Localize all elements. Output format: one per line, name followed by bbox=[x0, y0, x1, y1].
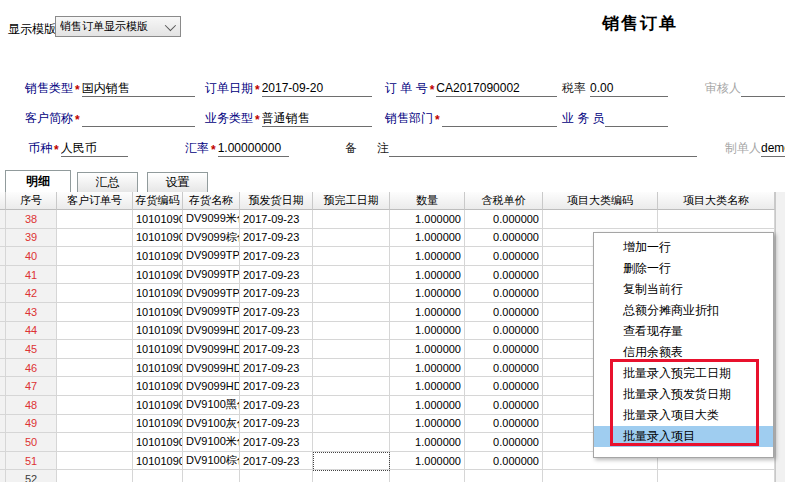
vertical-scrollbar[interactable] bbox=[775, 192, 785, 482]
cell-seq[interactable]: 48 bbox=[6, 396, 57, 415]
menu-item[interactable]: 复制当前行 bbox=[594, 279, 773, 300]
cell-due_date[interactable] bbox=[313, 247, 390, 266]
cell-code[interactable]: 10101090 bbox=[133, 229, 183, 248]
cell-delivery_date[interactable]: 2017-09-23 bbox=[240, 359, 313, 378]
cell-seq[interactable]: 49 bbox=[6, 415, 57, 434]
cell-code[interactable]: 10101090 bbox=[133, 284, 183, 303]
cell-due_date[interactable] bbox=[313, 377, 390, 396]
cell-price[interactable]: 0.000000 bbox=[465, 452, 543, 471]
cell-due_date[interactable] bbox=[313, 470, 390, 482]
cell-code[interactable]: 10101090 bbox=[133, 210, 183, 229]
cell-price[interactable]: 0.000000 bbox=[465, 359, 543, 378]
cell-due_date[interactable] bbox=[313, 415, 390, 434]
cell-seq[interactable]: 50 bbox=[6, 433, 57, 452]
cell-code[interactable]: 10101090 bbox=[133, 303, 183, 322]
cell-price[interactable]: 0.000000 bbox=[465, 266, 543, 285]
cell-price[interactable]: 0.000000 bbox=[465, 433, 543, 452]
cell-delivery_date[interactable]: 2017-09-23 bbox=[240, 396, 313, 415]
cell-customer_order[interactable] bbox=[57, 452, 133, 471]
cell-price[interactable]: 0.000000 bbox=[465, 396, 543, 415]
cell-price[interactable]: 0.000000 bbox=[465, 377, 543, 396]
menu-item[interactable]: 信用余额表 bbox=[594, 342, 773, 363]
cell-customer_order[interactable] bbox=[57, 247, 133, 266]
cell-name[interactable]: DV9099HDM bbox=[183, 322, 240, 341]
cell-project_class_name[interactable] bbox=[658, 470, 775, 482]
cell-due_date[interactable] bbox=[313, 433, 390, 452]
cell-seq[interactable]: 42 bbox=[6, 284, 57, 303]
cell-qty[interactable]: 1.000000 bbox=[390, 210, 465, 229]
cell-qty[interactable]: 1.000000 bbox=[390, 452, 465, 471]
cell-code[interactable]: 10101090 bbox=[133, 359, 183, 378]
cell-seq[interactable]: 43 bbox=[6, 303, 57, 322]
cell-price[interactable]: 0.000000 bbox=[465, 340, 543, 359]
cell-qty[interactable]: 1.000000 bbox=[390, 229, 465, 248]
salesman-input[interactable] bbox=[605, 126, 668, 127]
cell-due_date[interactable] bbox=[313, 340, 390, 359]
cell-price[interactable]: 0.000000 bbox=[465, 415, 543, 434]
cell-code[interactable]: 10101090 bbox=[133, 247, 183, 266]
cell-qty[interactable] bbox=[390, 470, 465, 482]
cell-seq[interactable]: 39 bbox=[6, 229, 57, 248]
cell-due_date[interactable] bbox=[313, 303, 390, 322]
selected-cell[interactable] bbox=[313, 452, 390, 472]
tab-settings[interactable]: 设置 bbox=[147, 172, 208, 192]
cell-qty[interactable]: 1.000000 bbox=[390, 284, 465, 303]
cell-code[interactable]: 10101090 bbox=[133, 340, 183, 359]
cell-qty[interactable]: 1.000000 bbox=[390, 377, 465, 396]
menu-item[interactable]: 总额分摊商业折扣 bbox=[594, 300, 773, 321]
exchange-rate-input[interactable]: 1.00000000 bbox=[218, 141, 289, 157]
cell-name[interactable]: DV9100棕色 bbox=[183, 452, 240, 471]
cell-project_class_code[interactable] bbox=[543, 470, 658, 482]
cell-due_date[interactable] bbox=[313, 229, 390, 248]
cell-delivery_date[interactable] bbox=[240, 470, 313, 482]
cell-name[interactable]: DV9099HDM bbox=[183, 377, 240, 396]
cell-code[interactable]: 10101090 bbox=[133, 415, 183, 434]
cell-seq[interactable]: 41 bbox=[6, 266, 57, 285]
menu-item[interactable]: 增加一行 bbox=[594, 237, 773, 258]
cell-qty[interactable]: 1.000000 bbox=[390, 359, 465, 378]
cell-code[interactable]: 10101090 bbox=[133, 452, 183, 471]
cell-price[interactable]: 0.000000 bbox=[465, 247, 543, 266]
cell-qty[interactable]: 1.000000 bbox=[390, 396, 465, 415]
cell-price[interactable]: 0.000000 bbox=[465, 284, 543, 303]
cell-price[interactable] bbox=[465, 470, 543, 482]
cell-qty[interactable]: 1.000000 bbox=[390, 340, 465, 359]
sales-dept-input[interactable] bbox=[442, 126, 557, 127]
cell-code[interactable]: 10101090 bbox=[133, 266, 183, 285]
cell-qty[interactable]: 1.000000 bbox=[390, 247, 465, 266]
cell-customer_order[interactable] bbox=[57, 359, 133, 378]
cell-name[interactable]: DV9099TP黑 bbox=[183, 247, 240, 266]
cell-delivery_date[interactable]: 2017-09-23 bbox=[240, 210, 313, 229]
cell-delivery_date[interactable]: 2017-09-23 bbox=[240, 266, 313, 285]
cell-price[interactable]: 0.000000 bbox=[465, 210, 543, 229]
menu-item[interactable]: 批量录入预完工日期 bbox=[594, 363, 773, 384]
cell-qty[interactable]: 1.000000 bbox=[390, 266, 465, 285]
cell-delivery_date[interactable]: 2017-09-23 bbox=[240, 377, 313, 396]
menu-item[interactable]: 查看现存量 bbox=[594, 321, 773, 342]
cell-seq[interactable]: 45 bbox=[6, 340, 57, 359]
cell-seq[interactable]: 51 bbox=[6, 452, 57, 471]
cell-due_date[interactable] bbox=[313, 284, 390, 303]
order-number-input[interactable]: CA2017090002 bbox=[436, 81, 557, 97]
menu-item[interactable]: 批量录入项目大类 bbox=[594, 405, 773, 426]
menu-item[interactable]: 删除一行 bbox=[594, 258, 773, 279]
cell-customer_order[interactable] bbox=[57, 303, 133, 322]
auditor-input[interactable] bbox=[741, 96, 785, 97]
cell-name[interactable]: DV9099HDM bbox=[183, 340, 240, 359]
cell-qty[interactable]: 1.000000 bbox=[390, 433, 465, 452]
cell-customer_order[interactable] bbox=[57, 433, 133, 452]
cell-name[interactable]: DV9099米色 bbox=[183, 210, 240, 229]
cell-code[interactable]: 10101090 bbox=[133, 377, 183, 396]
tax-rate-input[interactable]: 0.00 bbox=[590, 81, 668, 97]
display-template-dropdown[interactable]: 销售订单显示模版 bbox=[55, 16, 181, 37]
cell-code[interactable]: 10101090 bbox=[133, 396, 183, 415]
cell-name[interactable]: DV9099TP棕 bbox=[183, 303, 240, 322]
cell-due_date[interactable] bbox=[313, 266, 390, 285]
cell-price[interactable]: 0.000000 bbox=[465, 303, 543, 322]
cell-name[interactable]: DV9100灰色 bbox=[183, 415, 240, 434]
cell-name[interactable] bbox=[183, 470, 240, 482]
cell-delivery_date[interactable]: 2017-09-23 bbox=[240, 284, 313, 303]
cell-seq[interactable]: 44 bbox=[6, 322, 57, 341]
tab-summary[interactable]: 汇总 bbox=[77, 172, 138, 192]
cell-delivery_date[interactable]: 2017-09-23 bbox=[240, 452, 313, 471]
